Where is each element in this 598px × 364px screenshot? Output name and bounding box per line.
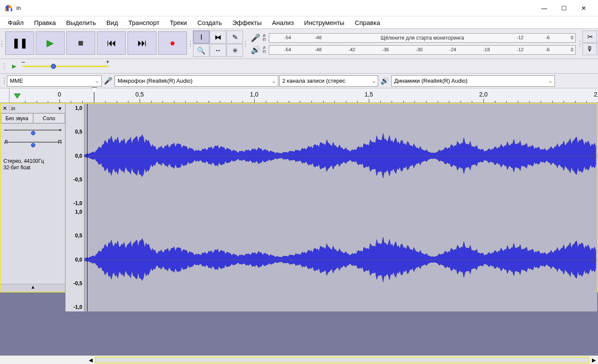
recording-channels-combo[interactable]: 2 канала записи (стерес (279, 75, 378, 87)
pause-button[interactable]: ❚❚ (5, 31, 34, 55)
speaker-icon: 🔊 (379, 77, 390, 85)
toolbar-grip[interactable] (3, 77, 6, 85)
mic-icon: 🎤 (103, 77, 114, 85)
gain-slider[interactable]: – + (4, 130, 62, 138)
meter-lr-label: ЛП (263, 46, 267, 54)
track-control-panel: ✕ in ▼ Без звука Соло – + Л П (1, 104, 65, 292)
track-collapse-button[interactable]: ▲ (1, 284, 65, 292)
toolbar-grip[interactable] (189, 30, 192, 58)
vertical-scale-left[interactable]: 1,0 0,5 0,0 -0,5 -1,0 (65, 104, 84, 208)
pan-slider[interactable]: Л П (4, 142, 62, 150)
window-title: in (16, 5, 534, 11)
toolbar-grip[interactable] (578, 30, 582, 58)
maximize-button[interactable]: ☐ (554, 1, 574, 15)
horizontal-scrollbar[interactable]: ◀ ▶ (0, 355, 598, 364)
track-name[interactable]: in (9, 106, 57, 112)
zoom-tool-button[interactable]: 🔍 (193, 44, 209, 57)
draw-tool-button[interactable]: ✎ (227, 31, 243, 44)
meter-hint: Щёлкните для старта мониторинга (380, 35, 464, 41)
track-close-button[interactable]: ✕ (1, 105, 9, 112)
menu-tools[interactable]: Инструменты (299, 17, 350, 28)
scroll-left-button[interactable]: ◀ (86, 357, 95, 363)
record-button[interactable]: ● (158, 31, 187, 55)
window-titlebar: in — ☐ ✕ (0, 0, 598, 16)
speaker-meter-icon[interactable]: 🔊 (250, 45, 261, 55)
track-format-info: Стерео, 44100Гц 32-бит float (1, 156, 65, 173)
transport-toolbar: ❚❚ ▶ ■ ⏮ ⏭ ● (3, 30, 189, 58)
envelope-tool-button[interactable]: ⧓ (210, 31, 226, 44)
playback-meter[interactable]: -54 -48 -42 -36 -30 -24 -18 -12 -6 0 (269, 45, 576, 55)
waveform-channel-left[interactable] (84, 104, 597, 208)
menu-edit[interactable]: Правка (29, 17, 61, 28)
svg-marker-2 (14, 93, 20, 98)
recording-device-combo[interactable]: Микрофон (Realtek(R) Audio) (115, 75, 278, 87)
minimize-button[interactable]: — (534, 1, 554, 15)
play-button[interactable]: ▶ (36, 31, 65, 55)
pin-playhead-button[interactable] (9, 88, 25, 103)
mute-button[interactable]: Без звука (1, 113, 33, 123)
mic-meter-icon[interactable]: 🎤 (250, 33, 261, 43)
playback-device-combo[interactable]: Динамики (Realtek(R) Audio) (391, 75, 555, 87)
track-menu-button[interactable]: ▼ (57, 106, 65, 112)
audio-track: ✕ in ▼ Без звука Соло – + Л П (0, 103, 598, 292)
recording-meter[interactable]: -54 -48 Щёлкните для старта мониторинга … (269, 33, 576, 43)
close-button[interactable]: ✕ (574, 1, 594, 15)
skip-end-button[interactable]: ⏭ (128, 31, 156, 55)
menu-transport[interactable]: Транспорт (123, 17, 165, 28)
toolbar-grip[interactable] (3, 62, 6, 70)
timeline-ruler[interactable]: 00,51,01,52,02,5 (0, 88, 598, 103)
audio-host-combo[interactable]: MME (7, 75, 102, 87)
toolbar-grip[interactable] (244, 30, 247, 58)
menu-select[interactable]: Выделить (61, 17, 101, 28)
menu-generate[interactable]: Создать (192, 17, 227, 28)
cut-button[interactable]: ✂ (582, 31, 597, 43)
scroll-right-button[interactable]: ▶ (589, 357, 598, 363)
menu-tracks[interactable]: Треки (165, 17, 192, 28)
svg-rect-1 (11, 8, 12, 12)
menu-view[interactable]: Вид (101, 17, 123, 28)
selection-tool-button[interactable]: Ⅰ (193, 31, 209, 44)
tools-toolbar: Ⅰ ⧓ ✎ 🔍 ↔ ✳ (192, 30, 244, 58)
playback-speed-slider[interactable]: – + (22, 62, 109, 70)
menu-bar: Файл Правка Выделить Вид Транспорт Треки… (0, 16, 598, 28)
play-at-speed-button[interactable]: ▶ (9, 62, 20, 71)
multi-tool-button[interactable]: ✳ (227, 44, 243, 57)
app-icon (4, 4, 13, 12)
vertical-scale-right[interactable]: 1,0 0,5 0,0 -0,5 -1,0 (65, 208, 84, 311)
stop-button[interactable]: ■ (66, 31, 95, 55)
meter-lr-label: ЛП (263, 34, 267, 42)
skip-start-button[interactable]: ⏮ (97, 31, 126, 55)
menu-effects[interactable]: Эффекты (227, 17, 267, 28)
menu-file[interactable]: Файл (3, 17, 29, 28)
menu-analyze[interactable]: Анализ (267, 17, 299, 28)
svg-rect-0 (5, 8, 6, 12)
toolbar-grip[interactable] (0, 30, 3, 58)
timeshift-tool-button[interactable]: ↔ (210, 44, 226, 57)
waveform-channel-right[interactable] (84, 208, 597, 311)
solo-button[interactable]: Соло (33, 113, 65, 123)
menu-help[interactable]: Справка (349, 17, 385, 28)
mic-button[interactable]: 🎙 (582, 43, 597, 55)
